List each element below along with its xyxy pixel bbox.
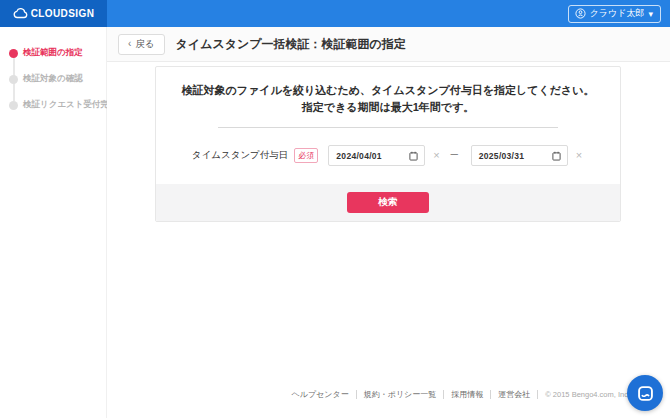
user-name: クラウド太郎 [590, 7, 645, 20]
date-from-value: 2024/04/01 [336, 151, 382, 161]
step-verification-range: 検証範囲の指定 [0, 40, 106, 66]
chat-launcher-button[interactable] [627, 375, 663, 411]
step-dot [9, 101, 18, 110]
card-body: 検証対象のファイルを絞り込むため、タイムスタンプ付与日を指定してください。 指定… [156, 67, 620, 184]
step-label: 検証対象の確認 [23, 73, 83, 85]
cloudsign-logo[interactable]: CLOUDSIGN [0, 0, 107, 27]
page-title: タイムスタンプ一括検証：検証範囲の指定 [176, 36, 406, 53]
chevron-left-icon: ‹ [128, 39, 131, 49]
step-verification-target: 検証対象の確認 [0, 66, 106, 92]
instruction-line1: 検証対象のファイルを絞り込むため、タイムスタンプ付与日を指定してください。 [156, 82, 620, 99]
date-to-value: 2025/03/31 [479, 151, 525, 161]
app-header: CLOUDSIGN クラウド太郎 ▾ [0, 0, 670, 27]
footer-separator [356, 390, 357, 399]
back-button[interactable]: ‹ 戻る [118, 34, 165, 55]
step-request-complete: 検証リクエスト受付完了 [0, 92, 106, 118]
chat-bubble-icon [637, 385, 654, 402]
footer-separator [537, 390, 538, 399]
step-dot [9, 75, 18, 84]
timestamp-date-label: タイムスタンプ付与日 [192, 149, 289, 162]
card-footer: 検索 [156, 184, 620, 221]
date-range-card: 検証対象のファイルを絞り込むため、タイムスタンプ付与日を指定してください。 指定… [155, 66, 621, 222]
footer-link-company[interactable]: 運営会社 [498, 389, 530, 400]
footer-separator [443, 390, 444, 399]
date-range-form: タイムスタンプ付与日 必須 2024/04/01 × ー 2025/03 [156, 145, 620, 166]
date-to-input[interactable]: 2025/03/31 [471, 145, 568, 166]
copyright: © 2015 Bengo4.com, Inc. [545, 390, 630, 399]
clear-date-to-icon[interactable]: × [574, 150, 584, 161]
calendar-icon[interactable] [552, 151, 561, 161]
step-label: 検証リクエスト受付完了 [23, 99, 118, 111]
date-from-input[interactable]: 2024/04/01 [328, 145, 425, 166]
wizard-sidebar: 検証範囲の指定 検証対象の確認 検証リクエスト受付完了 [0, 27, 107, 418]
footer-link-careers[interactable]: 採用情報 [451, 389, 483, 400]
titlebar: ‹ 戻る タイムスタンプ一括検証：検証範囲の指定 [107, 27, 670, 62]
main-content: 検証対象のファイルを絞り込むため、タイムスタンプ付与日を指定してください。 指定… [107, 62, 670, 418]
step-dot-active [9, 49, 18, 58]
cloud-logo-icon [13, 8, 28, 19]
footer-separator [490, 390, 491, 399]
calendar-icon[interactable] [409, 151, 418, 161]
search-button[interactable]: 検索 [347, 192, 429, 213]
footer-link-help-center[interactable]: ヘルプセンター [292, 389, 349, 400]
page-footer: ヘルプセンター 規約・ポリシー一覧 採用情報 運営会社 © 2015 Bengo… [292, 389, 630, 400]
logo-text: CLOUDSIGN [31, 8, 95, 19]
clear-date-from-icon[interactable]: × [431, 150, 441, 161]
divider [218, 127, 558, 128]
footer-link-terms-policies[interactable]: 規約・ポリシー一覧 [364, 389, 437, 400]
chevron-down-icon: ▾ [648, 9, 653, 19]
back-button-label: 戻る [135, 38, 154, 51]
user-menu-button[interactable]: クラウド太郎 ▾ [568, 5, 661, 23]
user-icon [575, 8, 586, 19]
instruction-line2: 指定できる期間は最大1年間です。 [156, 99, 620, 116]
required-badge: 必須 [294, 148, 318, 163]
header-bar: クラウド太郎 ▾ [107, 0, 670, 27]
stepper: 検証範囲の指定 検証対象の確認 検証リクエスト受付完了 [0, 27, 106, 118]
range-separator: ー [448, 149, 461, 162]
step-label: 検証範囲の指定 [23, 47, 83, 59]
